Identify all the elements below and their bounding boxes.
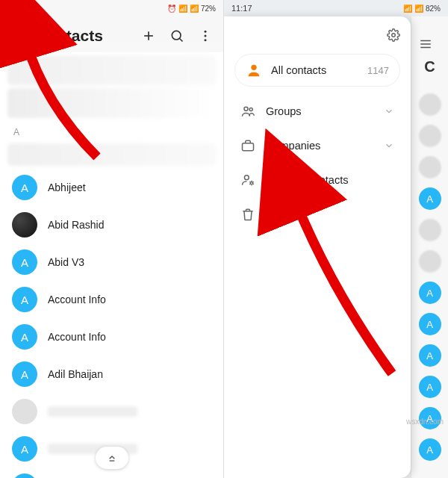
page-title: Contacts [36,27,131,45]
screenshot-left: 11:41 ⏰📶📶 72% Contacts A A Abhijeet Abid… [0,0,224,478]
blurred-row [7,55,216,85]
contact-row[interactable]: Abid Rashid [0,206,223,243]
manage-contacts-menu-item[interactable]: Manage contacts [224,163,411,197]
contact-name: Abid V3 [48,256,84,268]
scroll-top-button[interactable] [96,447,128,469]
blurred-row [7,143,216,166]
svg-point-9 [205,39,207,41]
avatar [419,93,441,116]
avatar: A [12,361,37,387]
contact-row[interactable]: A Adil Bhaijan [0,356,223,393]
contact-row[interactable]: A Account Info [0,318,223,356]
groups-label: Groups [266,105,302,117]
settings-icon[interactable] [387,28,400,42]
svg-point-7 [205,31,207,33]
add-contact-icon[interactable] [141,28,156,43]
contact-list[interactable]: A A Abhijeet Abid Rashid A Abid V3 A Acc… [0,52,223,478]
companies-menu-item[interactable]: Companies [224,128,411,163]
section-label: A [0,121,223,140]
avatar: A [419,313,441,335]
avatar [419,125,441,147]
trash-icon [240,207,255,222]
contact-name: Account Info [48,294,106,305]
avatar: A [419,187,441,210]
svg-point-18 [249,108,252,111]
contact-row[interactable]: A Abhijeet [0,169,223,206]
trash-menu-item[interactable]: Trash [224,197,411,232]
contacts-header: Contacts [0,16,223,52]
battery-percent: 72% [201,4,216,13]
trash-label: Trash [266,208,293,220]
contact-name: Abhijeet [48,181,86,193]
status-time: 11:17 [231,4,252,13]
chevron-down-icon [384,106,394,117]
svg-point-16 [251,65,256,70]
all-contacts-label: All contacts [271,64,358,76]
avatar: A [419,282,441,304]
all-contacts-button[interactable]: All contacts 1147 [234,54,400,87]
svg-point-8 [205,35,207,37]
status-bar: 11:41 ⏰📶📶 72% [0,0,223,16]
briefcase-icon [240,138,255,153]
svg-point-15 [392,34,396,37]
contact-name-blurred [48,406,137,417]
status-time: 11:41 [7,4,28,13]
contact-row[interactable]: A Ahlam. Masoodi [0,468,223,478]
avatar [419,219,441,241]
contact-name: Account Info [48,331,106,343]
manage-contacts-label: Manage contacts [266,174,348,186]
person-icon [246,62,262,78]
svg-rect-19 [243,143,254,151]
svg-point-5 [172,31,181,40]
contact-name: Abid Rashid [48,219,105,231]
contact-name: Adil Bhaijan [48,368,103,380]
contact-row[interactable] [0,393,223,430]
contacts-peek: C A A A A A A A [411,16,448,478]
avatar: A [12,436,37,462]
hamburger-menu-icon[interactable] [10,28,25,43]
status-bar: 11:17 📶📶 82% [224,0,448,16]
groups-icon [240,104,255,119]
chevron-up-icon [106,452,118,464]
avatar: A [12,249,37,275]
battery-percent: 82% [426,4,441,13]
companies-label: Companies [266,140,320,152]
contact-row[interactable]: A Account Info [0,281,223,318]
svg-point-21 [250,182,252,184]
contact-row[interactable]: A Abid V3 [0,243,223,281]
status-indicators: 📶📶 82% [403,4,441,13]
avatar: A [419,376,441,398]
groups-menu-item[interactable]: Groups [224,94,411,128]
avatar: A [12,324,37,350]
watermark: wsxdn.com [406,418,444,426]
avatar: A [12,175,37,200]
page-title-peek: C [424,58,435,87]
screenshot-right: 11:17 📶📶 82% C A A A A A A A All contact… [224,0,448,478]
more-icon[interactable] [198,28,213,43]
blurred-row [7,88,216,118]
avatar: A [419,344,441,367]
navigation-drawer: All contacts 1147 Groups Companies Manag… [224,16,411,478]
hamburger-menu-icon [419,37,432,51]
avatar [419,156,441,179]
contacts-count: 1147 [367,65,389,76]
avatar: A [12,287,37,312]
avatar-photo [12,212,37,238]
avatar: A [12,474,37,478]
svg-point-17 [244,107,248,111]
manage-contacts-icon [240,173,255,187]
svg-line-6 [180,39,183,42]
chevron-down-icon [384,140,394,151]
status-indicators: ⏰📶📶 72% [167,4,216,13]
avatar: A [419,438,441,461]
avatar [419,250,441,273]
avatar [12,399,37,424]
svg-point-20 [244,176,249,180]
search-icon[interactable] [169,28,184,43]
